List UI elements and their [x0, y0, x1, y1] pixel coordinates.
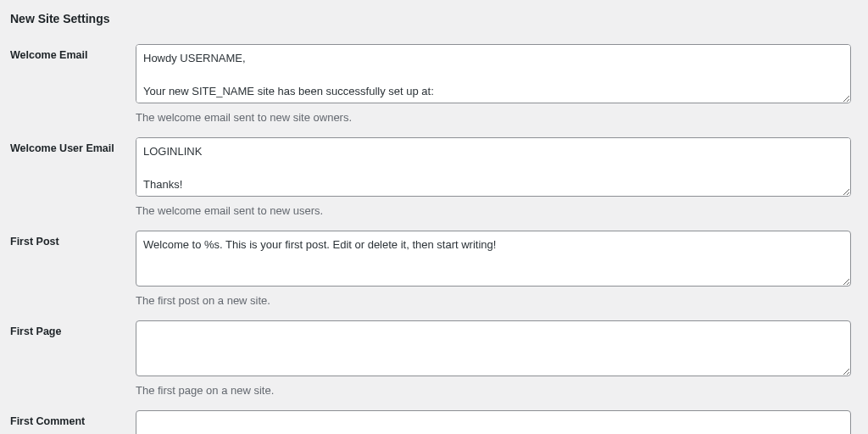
first-page-label: First Page [10, 314, 136, 403]
welcome-user-email-textarea[interactable] [136, 137, 851, 197]
first-page-textarea[interactable] [136, 320, 851, 376]
welcome-user-email-description: The welcome email sent to new users. [136, 204, 851, 217]
first-post-textarea[interactable] [136, 231, 851, 287]
first-post-label: First Post [10, 224, 136, 314]
welcome-email-label: Welcome Email [10, 37, 136, 131]
welcome-email-description: The welcome email sent to new site owner… [136, 111, 851, 124]
first-comment-label: First Comment [10, 403, 136, 434]
first-page-description: The first page on a new site. [136, 384, 851, 397]
settings-table: Welcome Email The welcome email sent to … [10, 37, 851, 434]
first-post-description: The first post on a new site. [136, 294, 851, 307]
first-comment-textarea[interactable] [136, 410, 851, 434]
welcome-email-textarea[interactable] [136, 44, 851, 103]
section-heading: New Site Settings [10, 12, 851, 25]
welcome-user-email-label: Welcome User Email [10, 131, 136, 224]
